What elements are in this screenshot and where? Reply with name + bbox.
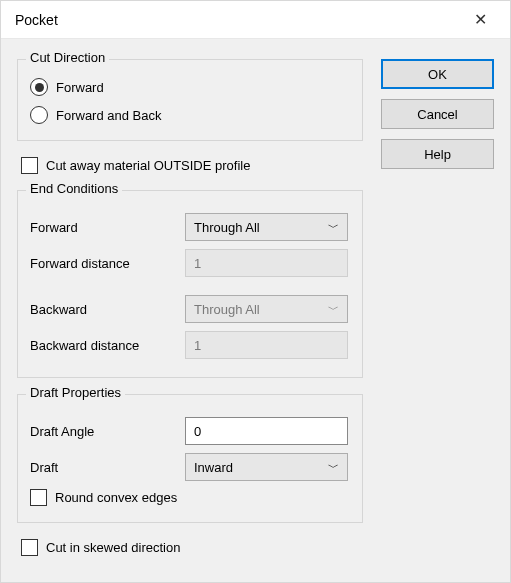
window-title: Pocket — [15, 12, 58, 28]
cut-direction-legend: Cut Direction — [26, 50, 109, 65]
round-convex-checkbox[interactable]: Round convex edges — [30, 489, 350, 506]
forward-distance-value: 1 — [194, 256, 201, 271]
cut-direction-group: Cut Direction Forward Forward and Back — [17, 59, 363, 141]
forward-distance-input: 1 — [185, 249, 348, 277]
checkbox-icon — [21, 539, 38, 556]
checkbox-icon — [30, 489, 47, 506]
draft-angle-value: 0 — [194, 424, 201, 439]
draft-properties-group: Draft Properties Draft Angle 0 Draft Inw… — [17, 394, 363, 523]
draft-select-value: Inward — [194, 460, 233, 475]
forward-select-value: Through All — [194, 220, 260, 235]
cut-away-checkbox[interactable]: Cut away material OUTSIDE profile — [21, 157, 494, 174]
forward-distance-label: Forward distance — [30, 256, 185, 271]
forward-select[interactable]: Through All ﹀ — [185, 213, 348, 241]
backward-label: Backward — [30, 302, 185, 317]
backward-distance-value: 1 — [194, 338, 201, 353]
backward-distance-label: Backward distance — [30, 338, 185, 353]
cut-away-label: Cut away material OUTSIDE profile — [46, 158, 250, 173]
cut-skewed-checkbox[interactable]: Cut in skewed direction — [21, 539, 494, 556]
backward-select: Through All ﹀ — [185, 295, 348, 323]
chevron-down-icon: ﹀ — [328, 302, 339, 317]
round-convex-label: Round convex edges — [55, 490, 177, 505]
radio-forward-and-back-label: Forward and Back — [56, 108, 162, 123]
title-bar: Pocket ✕ — [1, 1, 510, 39]
radio-forward-label: Forward — [56, 80, 104, 95]
cut-skewed-label: Cut in skewed direction — [46, 540, 180, 555]
close-button[interactable]: ✕ — [464, 10, 496, 29]
draft-angle-input[interactable]: 0 — [185, 417, 348, 445]
backward-select-value: Through All — [194, 302, 260, 317]
backward-distance-input: 1 — [185, 331, 348, 359]
radio-forward-and-back[interactable]: Forward and Back — [30, 106, 350, 124]
checkbox-icon — [21, 157, 38, 174]
radio-icon — [30, 106, 48, 124]
chevron-down-icon: ﹀ — [328, 460, 339, 475]
end-conditions-group: End Conditions Forward Through All ﹀ For… — [17, 190, 363, 378]
radio-forward[interactable]: Forward — [30, 78, 350, 96]
end-conditions-legend: End Conditions — [26, 181, 122, 196]
radio-icon — [30, 78, 48, 96]
chevron-down-icon: ﹀ — [328, 220, 339, 235]
draft-angle-label: Draft Angle — [30, 424, 185, 439]
dialog-content: Cut Direction Forward Forward and Back C… — [1, 39, 510, 583]
draft-label: Draft — [30, 460, 185, 475]
forward-label: Forward — [30, 220, 185, 235]
draft-properties-legend: Draft Properties — [26, 385, 125, 400]
draft-select[interactable]: Inward ﹀ — [185, 453, 348, 481]
